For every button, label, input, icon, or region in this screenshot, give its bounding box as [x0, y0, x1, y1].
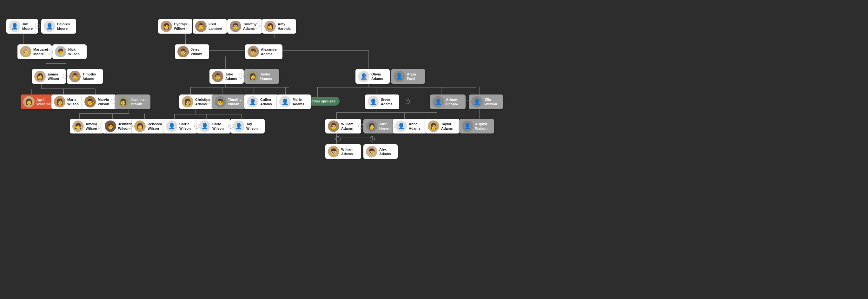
info-icon-21[interactable]: i [336, 136, 341, 141]
info-icon-8[interactable]: i [184, 24, 189, 29]
person-anna-adams[interactable]: 👤 Anna Adams [393, 119, 427, 133]
info-icon-1[interactable]: i [35, 24, 40, 29]
person-taylor-adams[interactable]: 👩 Taylor Adams [425, 119, 460, 133]
person-rebecca-wilson[interactable]: 👩 Rebecca Wilson [132, 119, 166, 133]
person-william-adams-child[interactable]: 👦 William Adams [325, 144, 361, 159]
info-icon-14[interactable]: i [194, 124, 199, 129]
info-icon-9[interactable]: i [254, 24, 259, 29]
person-timothy-adams-left[interactable]: 👨 Timothy Adams [67, 69, 103, 84]
person-alexander-adams[interactable]: 👨 Alexander Adams [245, 44, 282, 59]
info-icon-13[interactable]: i [239, 99, 244, 104]
info-icon-2[interactable]: i [48, 49, 53, 55]
person-steve-adams[interactable]: 👤 Steve Adams [365, 95, 399, 109]
info-icon-10[interactable]: i [184, 49, 189, 55]
info-icon-18[interactable]: i [456, 99, 461, 104]
person-carlo-wilson[interactable]: 👤 Carlo Wilson [196, 119, 231, 133]
info-icon-11[interactable]: i [239, 73, 244, 79]
info-icon-19[interactable]: i [358, 124, 363, 129]
person-april-williams[interactable]: 👩 April Williams [21, 95, 56, 109]
person-maria-wilson[interactable]: 👩 Maria Wilson [52, 95, 86, 109]
person-arjun-patel[interactable]: 👤 Arjun Patel [391, 69, 425, 84]
info-icon-16[interactable]: i [362, 73, 367, 79]
person-fred-lambert[interactable]: 👨 Fred Lambert [193, 19, 227, 34]
person-jazmine-brooke[interactable]: 👩 Jazmine Brooke [115, 95, 150, 109]
person-carrie-wilson[interactable]: 👤 Carrie Wilson [163, 119, 198, 133]
person-jim-moore[interactable]: 👤 Jim Moore [6, 19, 38, 34]
info-icon-6[interactable]: i [96, 124, 101, 129]
person-william-adams[interactable]: 👨 William Adams [325, 119, 361, 133]
info-icon-7[interactable]: i [128, 124, 133, 129]
person-august-watson[interactable]: 👤 August Watson [459, 119, 494, 133]
person-taylor-humes[interactable]: 👩 Taylor Humes [244, 69, 279, 84]
person-cullen-adams[interactable]: 👤 Cullen Adams [244, 95, 279, 109]
person-ella-watson[interactable]: 👤 Ella Watson [469, 95, 503, 109]
info-icon-4[interactable]: i [40, 99, 45, 104]
connector-lines [0, 0, 868, 299]
person-olivia-adams[interactable]: 👤 Olivia Adams [355, 69, 390, 84]
person-margaret-moore[interactable]: 🧓 Margaret Moore [18, 44, 52, 59]
person-delores-moore[interactable]: 👤 Delores Moore [41, 19, 76, 34]
person-emma-wilson[interactable]: 👩 Emma Wilson [32, 69, 66, 84]
info-icon-22[interactable]: i [370, 136, 375, 141]
info-icon-3[interactable]: i [63, 73, 68, 79]
person-amy-harolds[interactable]: 👩 Amy Harolds [262, 19, 296, 34]
family-tree: 👤 Jim Moore 👤 Delores Moore 🧓 Margaret M… [0, 0, 868, 299]
info-icon-12[interactable]: i [206, 99, 211, 104]
person-marie-adams[interactable]: 👤 Marie Adams [277, 95, 311, 109]
person-alex-adams[interactable]: 👦 Alex Adams [363, 144, 398, 159]
info-icon-17[interactable]: i [405, 99, 410, 104]
person-nick-wilson[interactable]: 👨 Nick Wilson [52, 44, 87, 59]
info-icon-20[interactable]: i [390, 124, 395, 129]
info-icon-15[interactable]: i [228, 124, 233, 129]
person-jerry-willow[interactable]: 👨 Jerry Willow [175, 44, 209, 59]
info-icon-5[interactable]: i [111, 99, 116, 104]
person-tay-wilson[interactable]: 👤 Tay Wilson [230, 119, 265, 133]
